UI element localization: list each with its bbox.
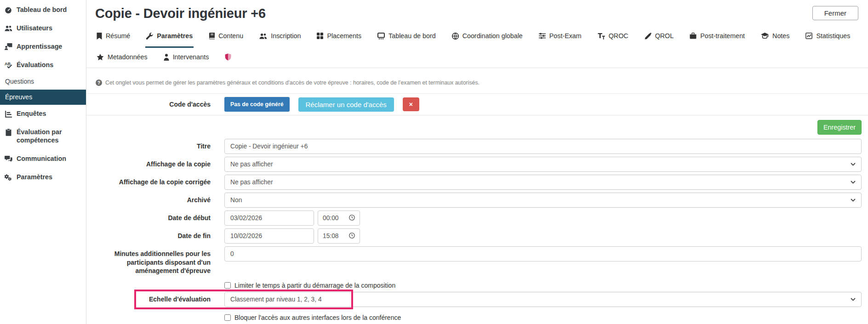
- help-circle-icon: ?: [96, 80, 102, 86]
- date-debut-input[interactable]: [224, 210, 314, 226]
- sidebar-item-apprentissage[interactable]: Apprentissage: [0, 38, 86, 56]
- access-code-controls: Pas de code généré Réclamer un code d'ac…: [224, 97, 419, 112]
- tab-inscription[interactable]: Inscription: [258, 25, 302, 48]
- clipboard-icon: [4, 129, 12, 136]
- settings-form: Titre Affichage de la copie Ne pas affic…: [86, 136, 868, 324]
- person-icon: [164, 54, 169, 61]
- form-row-affichage-copie: Affichage de la copie Ne pas afficher: [86, 157, 868, 172]
- tab-qrol[interactable]: QROL: [644, 25, 675, 48]
- tab-metadonnees[interactable]: Metadonnées: [96, 48, 148, 68]
- tab-row-1: Résumé Paramètres Contenu Inscription Pl…: [96, 25, 868, 48]
- page-header: Copie - Devoir ingénieur +6 Fermer: [86, 0, 868, 25]
- sidebar-item-label: Enquêtes: [17, 110, 46, 118]
- graduation-icon: [761, 33, 769, 39]
- star-icon: [97, 54, 104, 61]
- tab-coordination-globale[interactable]: Coordination globale: [451, 25, 524, 48]
- sliders-icon: [539, 33, 546, 39]
- app-root: Tableau de bord Utilisateurs Apprentissa…: [0, 0, 868, 324]
- chevron-down-icon: [851, 181, 856, 184]
- limiter-temps-checkbox-label[interactable]: Limiter le temps à partir du démarrage d…: [224, 282, 395, 289]
- briefcase-icon: [690, 33, 697, 39]
- book-icon: [209, 33, 215, 40]
- users-icon: [259, 33, 267, 40]
- form-row-date-fin: Date de fin 15:08: [86, 228, 868, 244]
- chevron-down-icon: [851, 199, 856, 202]
- sidebar-item-label: Communication: [17, 155, 66, 163]
- tab-resume[interactable]: Résumé: [96, 25, 131, 48]
- no-code-generated-badge[interactable]: Pas de code généré: [224, 97, 290, 112]
- bloquer-acces-checkbox-label[interactable]: Bloquer l'accès aux autres interfaces lo…: [224, 314, 401, 321]
- chart-icon: [805, 33, 812, 39]
- spellcheck-icon: AB: [4, 62, 12, 69]
- affichage-copie-corrigee-label: Affichage de la copie corrigée: [86, 175, 211, 190]
- sidebar-item-evaluation-par-competences[interactable]: Évaluation par compétences: [0, 123, 86, 150]
- sidebar-item-questions[interactable]: Questions: [0, 74, 86, 90]
- heure-fin-input[interactable]: 15:08: [318, 228, 360, 244]
- archive-select[interactable]: Non: [224, 193, 862, 208]
- info-bar: ? Cet onglet vous permet de gérer les pa…: [86, 68, 868, 94]
- request-access-code-button[interactable]: Réclamer un code d'accès: [298, 97, 394, 112]
- globe-icon: [452, 33, 459, 40]
- sidebar-item-parametres[interactable]: Paramètres: [0, 168, 86, 187]
- affichage-copie-select[interactable]: Ne pas afficher: [224, 157, 862, 172]
- grid-icon: [317, 33, 323, 39]
- info-text: Cet onglet vous permet de gérer les para…: [105, 80, 480, 86]
- tab-notes[interactable]: Notes: [760, 25, 790, 48]
- sidebar-item-label: Évaluations: [17, 61, 53, 69]
- form-row-archive: Archivé Non: [86, 193, 868, 208]
- bookmark-icon: [97, 33, 102, 40]
- sidebar-item-label: Apprentissage: [17, 43, 62, 51]
- titre-input[interactable]: [224, 139, 862, 154]
- sidebar-item-enquetes[interactable]: Enquêtes: [0, 105, 86, 123]
- sidebar-item-label: Utilisateurs: [17, 24, 52, 33]
- minutes-additionnelles-input[interactable]: [224, 246, 862, 261]
- sidebar-item-tableau-de-bord[interactable]: Tableau de bord: [0, 1, 86, 19]
- chevron-down-icon: [851, 298, 856, 301]
- tab-qroc[interactable]: QROC: [597, 25, 629, 48]
- access-code-label: Code d'accès: [86, 100, 211, 108]
- fermer-button[interactable]: Fermer: [812, 6, 858, 20]
- bloquer-acces-checkbox[interactable]: [224, 314, 231, 321]
- limiter-temps-checkbox[interactable]: [224, 282, 231, 289]
- tab-post-exam[interactable]: Post-Exam: [538, 25, 582, 48]
- form-row-bloquer-acces: Bloquer l'accès aux autres interfaces lo…: [86, 314, 868, 321]
- sidebar-item-evaluations[interactable]: AB Évaluations: [0, 56, 86, 74]
- tab-post-traitement[interactable]: Post-traitement: [689, 25, 746, 48]
- echelle-evaluation-select[interactable]: Classement par niveau 1, 2, 3, 4: [224, 292, 862, 307]
- svg-text:AB: AB: [5, 62, 11, 66]
- sidebar-item-epreuves[interactable]: Épreuves: [0, 90, 86, 105]
- minutes-additionnelles-label: Minutes additionnelles pour les particip…: [86, 246, 211, 275]
- wrench-icon: [146, 33, 153, 40]
- learning-icon: [4, 43, 12, 51]
- affichage-copie-label: Affichage de la copie: [86, 157, 211, 172]
- tab-statistiques[interactable]: Statistiques: [805, 25, 851, 48]
- sidebar-item-utilisateurs[interactable]: Utilisateurs: [0, 19, 86, 38]
- date-debut-label: Date de début: [86, 210, 211, 226]
- enregistrer-button[interactable]: Enregistrer: [817, 120, 862, 135]
- sidebar-item-label: Tableau de bord: [17, 6, 67, 14]
- form-row-minutes-additionnelles: Minutes additionnelles pour les particip…: [86, 246, 868, 275]
- clock-icon: [349, 233, 355, 240]
- tab-placements[interactable]: Placements: [316, 25, 362, 48]
- tab-intervenants[interactable]: Intervenants: [163, 48, 210, 68]
- archive-label: Archivé: [86, 193, 211, 208]
- sidebar-item-label: Évaluation par compétences: [17, 128, 82, 145]
- board-icon: [377, 33, 385, 40]
- sidebar-item-communication[interactable]: Communication: [0, 150, 86, 168]
- form-row-limiter-temps: Limiter le temps à partir du démarrage d…: [86, 282, 868, 289]
- tab-security[interactable]: [224, 48, 232, 68]
- save-row: Enregistrer: [86, 115, 868, 136]
- affichage-copie-corrigee-select[interactable]: Ne pas afficher: [224, 175, 862, 190]
- cancel-code-button[interactable]: ×: [403, 97, 419, 111]
- heure-debut-input[interactable]: 00:00: [318, 210, 360, 226]
- tachometer-icon: [4, 6, 12, 14]
- gears-icon: [4, 174, 12, 181]
- text-icon: [598, 33, 605, 40]
- tab-tableau-de-bord[interactable]: Tableau de bord: [377, 25, 437, 48]
- comments-icon: [4, 155, 12, 163]
- form-row-date-debut: Date de début 00:00: [86, 210, 868, 226]
- date-fin-input[interactable]: [224, 228, 314, 244]
- shield-icon: [225, 53, 231, 61]
- tab-contenu[interactable]: Contenu: [208, 25, 244, 48]
- tab-parametres[interactable]: Paramètres: [145, 25, 194, 48]
